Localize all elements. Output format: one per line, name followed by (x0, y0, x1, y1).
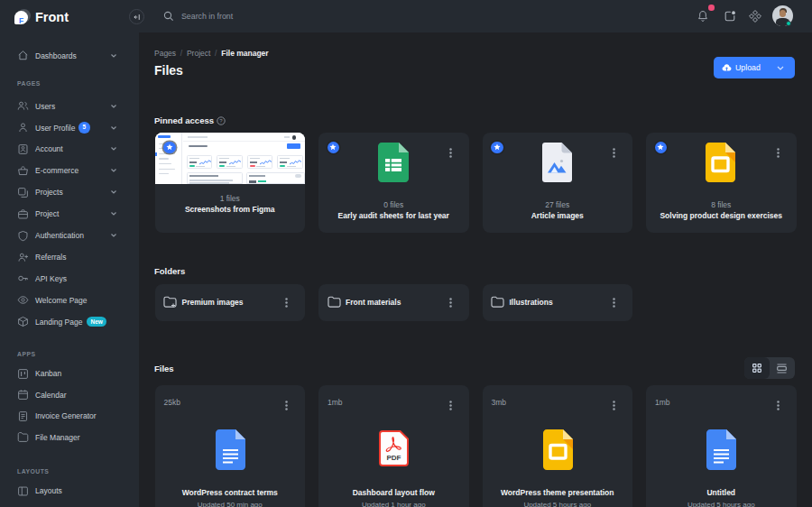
svg-text:PDF: PDF (387, 454, 401, 462)
svg-text:?: ? (219, 118, 223, 124)
